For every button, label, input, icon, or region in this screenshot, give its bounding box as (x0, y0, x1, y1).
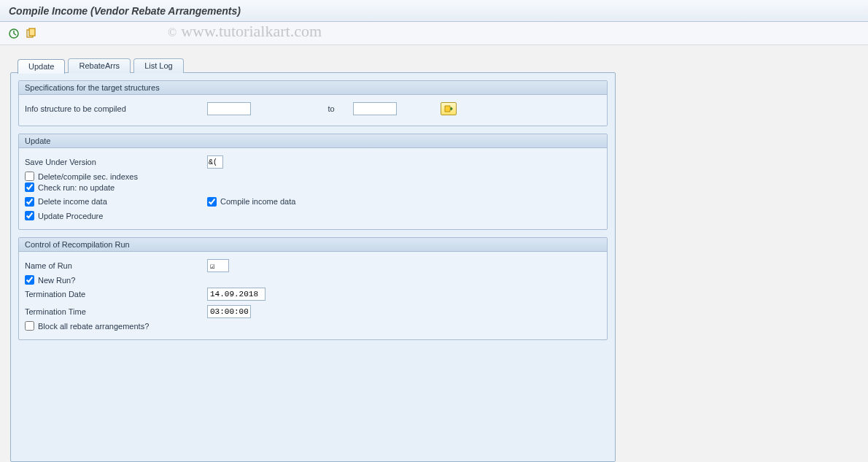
execute-icon[interactable] (7, 27, 20, 40)
info-structure-label: Info structure to be compiled (25, 104, 207, 113)
info-structure-to-input[interactable] (353, 102, 397, 115)
svg-line-2 (14, 34, 16, 35)
termination-time-input[interactable] (207, 305, 251, 318)
tab-update[interactable]: Update (18, 59, 65, 74)
compile-income-checkbox[interactable]: Compile income data (207, 197, 295, 207)
name-of-run-label: Name of Run (25, 261, 207, 270)
new-run-label: New Run? (38, 276, 75, 285)
termination-date-input[interactable] (207, 288, 266, 301)
update-procedure-check-input[interactable] (25, 211, 34, 220)
content-area: ©www.tutorialkart.com Update RebateArrs … (0, 45, 868, 462)
group-control-title: Control of Recompilation Run (19, 238, 607, 252)
group-update: Update Save Under Version Delete/compile… (18, 134, 608, 230)
tab-rebatearrs[interactable]: RebateArrs (68, 58, 131, 73)
tab-listlog[interactable]: List Log (133, 58, 184, 73)
app-toolbar (0, 22, 868, 45)
group-specifications: Specifications for the target structures… (18, 80, 608, 126)
delete-income-check-input[interactable] (25, 197, 34, 207)
group-specifications-title: Specifications for the target structures (19, 81, 607, 95)
multiple-selection-button[interactable] (441, 102, 457, 115)
save-under-version-input[interactable] (207, 155, 223, 169)
group-control: Control of Recompilation Run Name of Run… (18, 237, 608, 340)
block-all-checkbox[interactable]: Block all rebate arrangements? (25, 321, 601, 331)
tab-strip: Update RebateArrs List Log (18, 58, 858, 73)
update-procedure-label: Update Procedure (38, 212, 103, 220)
delete-compile-sec-label: Delete/compile sec. indexes (38, 172, 138, 181)
check-run-check-input[interactable] (25, 182, 34, 192)
delete-income-label: Delete income data (38, 197, 107, 206)
variant-icon[interactable] (25, 27, 38, 40)
delete-income-checkbox[interactable]: Delete income data (25, 197, 207, 207)
compile-income-check-input[interactable] (207, 197, 217, 207)
delete-compile-sec-checkbox[interactable]: Delete/compile sec. indexes (25, 172, 601, 181)
new-run-check-input[interactable] (25, 275, 34, 285)
compile-income-label: Compile income data (220, 197, 295, 206)
termination-time-label: Termination Time (25, 307, 207, 316)
delete-compile-sec-check-input[interactable] (25, 172, 34, 181)
info-structure-from-input[interactable] (207, 102, 251, 115)
svg-rect-4 (29, 28, 35, 36)
block-all-check-input[interactable] (25, 321, 34, 331)
title-bar: Compile Income (Vendor Rebate Arrangemen… (0, 0, 868, 22)
tab-panel: Specifications for the target structures… (10, 72, 616, 462)
name-of-run-input[interactable] (207, 259, 229, 272)
check-run-checkbox[interactable]: Check run: no update (25, 182, 601, 192)
group-update-title: Update (19, 134, 607, 148)
block-all-label: Block all rebate arrangements? (38, 322, 149, 331)
new-run-checkbox[interactable]: New Run? (25, 275, 601, 285)
update-procedure-checkbox[interactable]: Update Procedure (25, 211, 601, 220)
termination-date-label: Termination Date (25, 290, 207, 299)
save-under-version-label: Save Under Version (25, 158, 207, 166)
check-run-label: Check run: no update (38, 183, 115, 192)
page-title: Compile Income (Vendor Rebate Arrangemen… (9, 5, 241, 17)
to-label: to (309, 104, 353, 113)
